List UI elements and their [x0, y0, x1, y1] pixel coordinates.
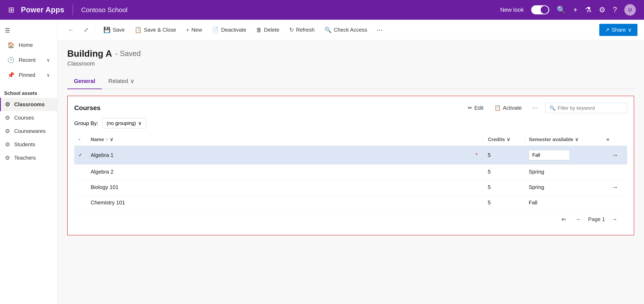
- row-semester-cell: [525, 150, 607, 160]
- activate-button[interactable]: 📋 Activate: [491, 103, 525, 113]
- refresh-button[interactable]: ↻ Refresh: [285, 24, 319, 36]
- search-icon[interactable]: 🔍: [557, 6, 566, 14]
- new-look-label: New look: [500, 7, 524, 13]
- sidebar-item-coursewares[interactable]: ⚙ Coursewares: [0, 124, 57, 138]
- deactivate-label: Deactivate: [221, 27, 246, 33]
- semester-input[interactable]: [529, 150, 570, 160]
- filter-icon[interactable]: ⚗: [585, 6, 592, 14]
- section-more-icon: ⋯: [532, 105, 538, 111]
- th-actions: ⊞: [607, 138, 623, 141]
- save-close-button[interactable]: 📋 Save & Close: [130, 24, 180, 36]
- th-credits[interactable]: Credits ∨: [484, 136, 525, 142]
- page-label: Page 1: [588, 216, 605, 222]
- sidebar-item-students[interactable]: ⚙ Students: [0, 138, 57, 151]
- row-semester-cell: Spring: [525, 184, 607, 190]
- row-navigate-button[interactable]: →: [607, 184, 623, 191]
- new-look-toggle[interactable]: [531, 5, 549, 14]
- back-button[interactable]: ←: [64, 24, 78, 36]
- th-name[interactable]: Name ↑ ∨: [91, 136, 484, 142]
- section-header: Courses ✏ Edit 📋 Activate ⋯: [74, 103, 627, 113]
- sidebar-item-teachers[interactable]: ⚙ Teachers: [0, 151, 57, 165]
- page-prev-button[interactable]: ←: [573, 214, 585, 224]
- record-title-row: Building A - Saved: [67, 49, 634, 59]
- recent-chevron-icon: ∨: [46, 58, 50, 63]
- page-first-button[interactable]: ⇐: [558, 214, 569, 224]
- more-button[interactable]: ⋯: [373, 23, 386, 37]
- avatar[interactable]: U: [624, 4, 636, 16]
- table-row[interactable]: Biology 101 5 Spring →: [74, 179, 627, 195]
- sidebar-item-classrooms[interactable]: ⚙ Classrooms: [0, 98, 57, 111]
- row-navigate-button[interactable]: →: [607, 151, 623, 159]
- group-by-chevron-icon: ∨: [138, 120, 142, 126]
- toggle-thumb: [541, 6, 548, 14]
- share-icon: ↗: [605, 27, 610, 33]
- save-button[interactable]: 💾 Save: [99, 24, 129, 36]
- sidebar-recent-label: Recent: [19, 57, 36, 63]
- th-semester[interactable]: Semester available ∨: [525, 136, 607, 142]
- open-new-button[interactable]: ⤢: [80, 24, 92, 36]
- sidebar-item-courses[interactable]: ⚙ Courses: [0, 111, 57, 124]
- share-button[interactable]: ↗ Share ∨: [599, 24, 638, 36]
- save-label: Save: [112, 27, 125, 33]
- table-rows: ✓ Algebra 1 * 5 → Algebra 2 5 Spring Bio…: [74, 146, 627, 210]
- sidebar-item-recent[interactable]: 🕐 Recent ∨: [3, 53, 54, 67]
- column-config-icon[interactable]: ⊞: [607, 138, 609, 141]
- row-semester-cell: Spring: [525, 169, 607, 175]
- settings-icon[interactable]: ⚙: [599, 6, 606, 14]
- row-check[interactable]: ✓: [78, 152, 91, 158]
- new-icon: +: [186, 27, 189, 33]
- th-semester-chevron-icon: ∨: [575, 136, 578, 142]
- coursewares-label: Coursewares: [14, 128, 46, 134]
- record-saved-status: - Saved: [115, 49, 141, 58]
- sidebar-section-title: School assets: [0, 86, 57, 98]
- waffle-icon[interactable]: ⊞: [8, 6, 14, 14]
- main-layout: ☰ 🏠 Home 🕐 Recent ∨ 📌 Pinned ∨ School as…: [0, 20, 644, 304]
- share-label: Share: [612, 27, 626, 33]
- section-more-button[interactable]: ⋯: [529, 103, 541, 113]
- hamburger-icon[interactable]: ☰: [3, 24, 54, 37]
- th-semester-label: Semester available: [529, 136, 573, 142]
- home-icon: 🏠: [8, 42, 14, 49]
- table-row[interactable]: Algebra 2 5 Spring: [74, 165, 627, 179]
- top-navigation: ⊞ Power Apps Contoso School New look 🔍 +…: [0, 0, 644, 20]
- activate-label: Activate: [503, 105, 522, 111]
- classrooms-icon: ⚙: [5, 101, 10, 108]
- delete-icon: 🗑: [256, 27, 262, 33]
- help-icon[interactable]: ?: [613, 6, 617, 14]
- deactivate-icon: 📄: [212, 27, 219, 33]
- record-name: Building A: [67, 49, 112, 59]
- pagination: ⇐ ← Page 1 →: [74, 210, 627, 228]
- filter-input[interactable]: [558, 105, 619, 111]
- activate-icon: 📋: [494, 105, 501, 111]
- tab-related[interactable]: Related ∨: [102, 74, 141, 89]
- deactivate-button[interactable]: 📄 Deactivate: [208, 24, 250, 36]
- new-button[interactable]: + New: [182, 24, 206, 36]
- check-access-label: Check Access: [334, 27, 367, 33]
- tab-general-label: General: [74, 78, 95, 84]
- page-next-button[interactable]: →: [608, 214, 620, 224]
- th-name-label: Name: [91, 136, 104, 142]
- th-check[interactable]: ✓: [78, 138, 91, 141]
- add-icon[interactable]: +: [573, 6, 578, 14]
- teachers-icon: ⚙: [5, 155, 10, 161]
- row-name: Biology 101: [91, 184, 476, 190]
- sidebar-item-pinned[interactable]: 📌 Pinned ∨: [3, 68, 54, 82]
- check-access-button[interactable]: 🔍 Check Access: [320, 24, 371, 36]
- th-name-sort-asc-icon: ↑: [106, 136, 108, 142]
- filter-search-icon: 🔍: [550, 105, 556, 111]
- sidebar-item-home[interactable]: 🏠 Home: [3, 38, 54, 52]
- recent-icon: 🕐: [8, 57, 14, 63]
- group-by-label: Group By:: [74, 120, 98, 126]
- table-row[interactable]: ✓ Algebra 1 * 5 →: [74, 146, 627, 165]
- sidebar-top: ☰ 🏠 Home 🕐 Recent ∨ 📌 Pinned ∨: [0, 20, 57, 86]
- delete-label: Delete: [264, 27, 279, 33]
- delete-button[interactable]: 🗑 Delete: [252, 24, 284, 36]
- edit-label: Edit: [474, 105, 484, 111]
- group-by-select[interactable]: (no grouping) ∨: [102, 118, 146, 128]
- courses-icon: ⚙: [5, 114, 10, 121]
- edit-button[interactable]: ✏ Edit: [464, 103, 487, 113]
- table-row[interactable]: Chemistry 101 5 Fall: [74, 195, 627, 210]
- content-area: ← ⤢ 💾 Save 📋 Save & Close + New 📄 Deacti…: [58, 20, 644, 304]
- related-chevron-icon: ∨: [130, 78, 134, 84]
- tab-general[interactable]: General: [67, 74, 102, 89]
